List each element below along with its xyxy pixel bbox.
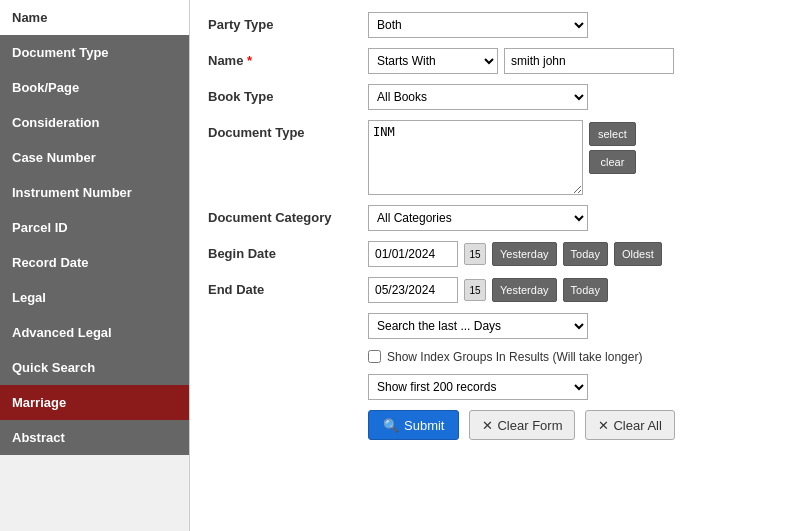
party-type-controls: Both Grantor Grantee: [368, 12, 777, 38]
name-controls: Starts With Contains Exact smith john: [368, 48, 777, 74]
sidebar-item-book-page[interactable]: Book/Page: [0, 70, 189, 105]
name-required: *: [243, 53, 252, 68]
x-icon-clear-all: ✕: [598, 418, 609, 433]
book-type-label: Book Type: [208, 84, 368, 104]
clear-form-button[interactable]: ✕ Clear Form: [469, 410, 575, 440]
end-date-calendar-icon[interactable]: 15: [464, 279, 486, 301]
x-icon-clear-form: ✕: [482, 418, 493, 433]
sidebar-item-consideration[interactable]: Consideration: [0, 105, 189, 140]
begin-date-calendar-icon[interactable]: 15: [464, 243, 486, 265]
end-date-yesterday-button[interactable]: Yesterday: [492, 278, 557, 302]
begin-date-label: Begin Date: [208, 241, 368, 261]
book-type-controls: All Books: [368, 84, 777, 110]
sidebar-item-parcel-id[interactable]: Parcel ID: [0, 210, 189, 245]
bottom-actions: 🔍 Submit ✕ Clear Form ✕ Clear All: [208, 410, 777, 440]
doc-type-controls: INM select clear: [368, 120, 777, 195]
end-date-today-button[interactable]: Today: [563, 278, 608, 302]
records-controls: Show first 200 records Show first 500 re…: [368, 374, 777, 400]
checkbox-label-black: Show Index Groups In Results (Will take …: [387, 350, 642, 364]
begin-date-yesterday-button[interactable]: Yesterday: [492, 242, 557, 266]
sidebar-item-instrument-number[interactable]: Instrument Number: [0, 175, 189, 210]
doc-category-row: Document Category All Categories: [208, 205, 777, 231]
sidebar-item-record-date[interactable]: Record Date: [0, 245, 189, 280]
checkbox-row: Show Index Groups In Results (Will take …: [208, 349, 777, 364]
begin-date-input[interactable]: 01/01/2024: [368, 241, 458, 267]
party-type-row: Party Type Both Grantor Grantee: [208, 12, 777, 38]
book-type-row: Book Type All Books: [208, 84, 777, 110]
doc-type-textarea[interactable]: INM: [368, 120, 583, 195]
name-match-select[interactable]: Starts With Contains Exact: [368, 48, 498, 74]
search-icon: 🔍: [383, 418, 399, 433]
begin-date-row: Begin Date 01/01/2024 15 Yesterday Today…: [208, 241, 777, 267]
records-row: Show first 200 records Show first 500 re…: [208, 374, 777, 400]
begin-date-oldest-button[interactable]: Oldest: [614, 242, 662, 266]
main-content: Party Type Both Grantor Grantee Name * S…: [190, 0, 795, 531]
book-type-select[interactable]: All Books: [368, 84, 588, 110]
begin-date-controls: 01/01/2024 15 Yesterday Today Oldest: [368, 241, 777, 267]
party-type-select[interactable]: Both Grantor Grantee: [368, 12, 588, 38]
end-date-label: End Date: [208, 277, 368, 297]
name-input[interactable]: smith john: [504, 48, 674, 74]
doc-category-select[interactable]: All Categories: [368, 205, 588, 231]
days-select[interactable]: Search the last ... Days: [368, 313, 588, 339]
name-label: Name *: [208, 48, 368, 68]
begin-date-today-button[interactable]: Today: [563, 242, 608, 266]
sidebar-item-document-type[interactable]: Document Type: [0, 35, 189, 70]
doc-type-label: Document Type: [208, 120, 368, 140]
end-date-input[interactable]: 05/23/2024: [368, 277, 458, 303]
days-row: Search the last ... Days: [208, 313, 777, 339]
sidebar-item-legal[interactable]: Legal: [0, 280, 189, 315]
sidebar-item-quick-search[interactable]: Quick Search: [0, 350, 189, 385]
sidebar-item-name[interactable]: Name: [0, 0, 189, 35]
records-select[interactable]: Show first 200 records Show first 500 re…: [368, 374, 588, 400]
records-label-spacer: [208, 374, 368, 379]
sidebar-item-marriage[interactable]: Marriage: [0, 385, 189, 420]
sidebar-item-advanced-legal[interactable]: Advanced Legal: [0, 315, 189, 350]
clear-all-button[interactable]: ✕ Clear All: [585, 410, 674, 440]
doc-type-select-button[interactable]: select: [589, 122, 636, 146]
days-controls: Search the last ... Days: [368, 313, 777, 339]
doc-type-row: Document Type INM select clear: [208, 120, 777, 195]
submit-button[interactable]: 🔍 Submit: [368, 410, 459, 440]
name-row: Name * Starts With Contains Exact smith …: [208, 48, 777, 74]
end-date-controls: 05/23/2024 15 Yesterday Today: [368, 277, 777, 303]
sidebar: Name Document Type Book/Page Considerati…: [0, 0, 190, 531]
doc-category-label: Document Category: [208, 205, 368, 225]
end-date-row: End Date 05/23/2024 15 Yesterday Today: [208, 277, 777, 303]
doc-category-controls: All Categories: [368, 205, 777, 231]
days-label-spacer: [208, 313, 368, 318]
sidebar-item-case-number[interactable]: Case Number: [0, 140, 189, 175]
index-groups-checkbox[interactable]: [368, 350, 381, 363]
doc-type-clear-button[interactable]: clear: [589, 150, 636, 174]
party-type-label: Party Type: [208, 12, 368, 32]
sidebar-item-abstract[interactable]: Abstract: [0, 420, 189, 455]
